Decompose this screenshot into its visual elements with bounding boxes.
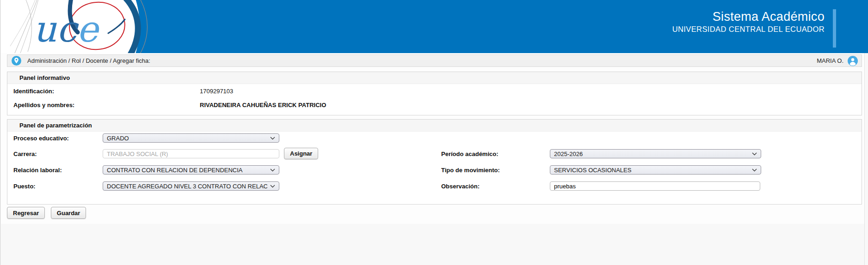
breadcrumb-bar: Administración / Rol / Docente / Agregar… [7, 54, 862, 67]
carrera-input [103, 149, 279, 158]
tipo-movimiento-label: Tipo de movimiento: [441, 166, 500, 175]
panel-informativo: Panel informativo Identificación: 170929… [7, 72, 862, 115]
regresar-button[interactable]: Regresar [7, 207, 45, 219]
panel-informativo-title: Panel informativo [7, 72, 862, 84]
chevron-down-icon [270, 185, 275, 188]
periodo-academico-select[interactable]: 2025-2026 [550, 149, 761, 158]
chevron-down-icon [752, 169, 757, 172]
chevron-down-icon [270, 137, 275, 140]
proceso-educativo-select[interactable]: GRADO [103, 133, 279, 143]
puesto-value: DOCENTE AGREGADO NIVEL 3 CONTRATO CON RE… [107, 183, 267, 190]
uce-logo: uce [1, 0, 154, 53]
relacion-laboral-label: Relación laboral: [13, 166, 62, 175]
relacion-laboral-select[interactable]: CONTRATO CON RELACION DE DEPENDENCIA [103, 165, 279, 175]
breadcrumb: Administración / Rol / Docente / Agregar… [27, 57, 150, 64]
panel-parametrizacion-title: Panel de parametrización [7, 120, 862, 132]
app-title: Sistema Académico [672, 9, 825, 24]
puesto-label: Puesto: [13, 182, 36, 191]
panel-parametrizacion: Panel de parametrización Proceso educati… [7, 119, 862, 205]
apellidos-nombres-value: RIVADENEIRA CAHUEÑAS ERICK PATRICIO [200, 101, 326, 109]
actions-bar: Regresar Guardar [7, 207, 90, 219]
periodo-academico-label: Período académico: [441, 150, 499, 158]
apellidos-nombres-label: Apellidos y nombres: [13, 101, 74, 109]
user-avatar-icon[interactable] [848, 56, 858, 66]
proceso-educativo-value: GRADO [107, 135, 267, 142]
observacion-label: Observación: [441, 182, 480, 191]
uce-logo-icon: uce [1, 0, 154, 53]
identificacion-value: 1709297103 [200, 87, 233, 96]
identificacion-label: Identificación: [13, 87, 54, 96]
header-accent-bar [833, 9, 836, 48]
observacion-input[interactable] [550, 181, 760, 191]
tipo-movimiento-select[interactable]: SERVICIOS OCASIONALES [550, 165, 761, 175]
relacion-laboral-value: CONTRATO CON RELACION DE DEPENDENCIA [107, 167, 267, 174]
chevron-down-icon [270, 169, 275, 172]
periodo-academico-value: 2025-2026 [554, 151, 749, 157]
header-titles: Sistema Académico UNIVERSIDAD CENTRAL DE… [672, 9, 825, 34]
app-header: uce Sistema Académico UNIVERSIDAD CENTRA… [1, 0, 868, 53]
uce-logo-text: uce [33, 8, 100, 50]
asignar-button[interactable]: Asignar [284, 148, 318, 159]
user-name[interactable]: MARIA O. [817, 57, 843, 64]
chevron-down-icon [752, 152, 757, 156]
proceso-educativo-label: Proceso educativo: [13, 134, 69, 143]
bottom-background [1, 224, 865, 265]
location-pin-icon [12, 56, 21, 66]
puesto-select[interactable]: DOCENTE AGREGADO NIVEL 3 CONTRATO CON RE… [103, 181, 279, 191]
app-subtitle: UNIVERSIDAD CENTRAL DEL ECUADOR [672, 24, 825, 34]
guardar-button[interactable]: Guardar [51, 207, 86, 219]
page: uce Sistema Académico UNIVERSIDAD CENTRA… [0, 0, 868, 265]
carrera-label: Carrera: [13, 150, 37, 158]
tipo-movimiento-value: SERVICIOS OCASIONALES [554, 167, 749, 174]
